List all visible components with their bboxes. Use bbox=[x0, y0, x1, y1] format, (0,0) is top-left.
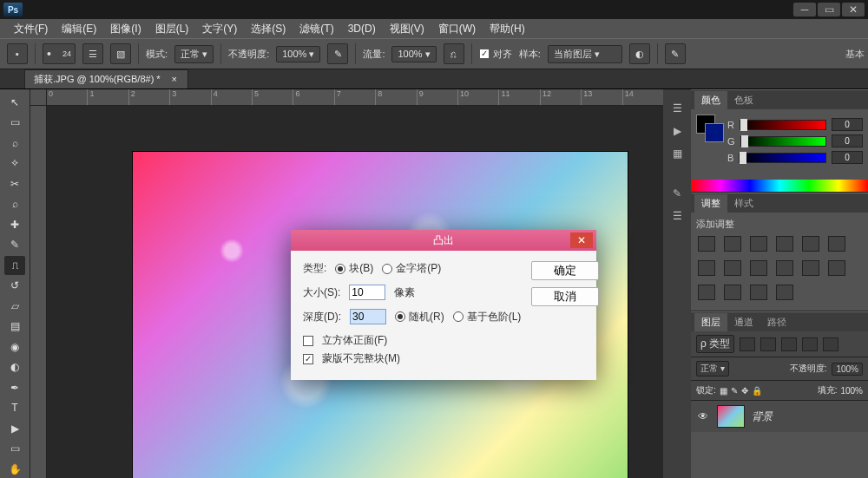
gradient-tool[interactable]: ▤ bbox=[4, 318, 25, 337]
depth-random-radio[interactable]: 随机(R) bbox=[395, 310, 444, 324]
eraser-tool[interactable]: ▱ bbox=[4, 297, 25, 316]
hand-tool[interactable]: ✋ bbox=[4, 460, 25, 478]
lasso-tool[interactable]: ⌕ bbox=[4, 134, 25, 153]
layer-thumbnail[interactable] bbox=[717, 405, 745, 428]
filter-shape-icon[interactable] bbox=[802, 337, 818, 351]
lock-pos-icon[interactable]: ✥ bbox=[741, 386, 748, 396]
menu-file[interactable]: 文件(F) bbox=[7, 20, 55, 38]
dialog-close-button[interactable]: ✕ bbox=[570, 232, 593, 248]
minimize-button[interactable]: ─ bbox=[793, 3, 816, 16]
paragraph-icon[interactable]: ☰ bbox=[667, 207, 687, 225]
adj-vibrance-icon[interactable] bbox=[802, 236, 819, 252]
brush-icon[interactable]: ✎ bbox=[667, 185, 687, 202]
tab-swatches[interactable]: 色板 bbox=[727, 91, 760, 109]
r-slider[interactable] bbox=[740, 120, 826, 130]
color-swatches[interactable] bbox=[696, 115, 720, 149]
visibility-icon[interactable]: 👁 bbox=[696, 410, 710, 422]
layer-filter-type[interactable]: ρ 类型 bbox=[696, 335, 734, 353]
menu-layer[interactable]: 图层(L) bbox=[148, 20, 196, 38]
properties-icon[interactable]: ▦ bbox=[667, 145, 687, 162]
menu-window[interactable]: 窗口(W) bbox=[431, 20, 483, 38]
layer-row[interactable]: 👁 背景 bbox=[691, 401, 868, 432]
stamp-tool[interactable]: ⎍ bbox=[4, 256, 25, 275]
pressure-size-icon[interactable]: ✎ bbox=[665, 43, 686, 64]
g-slider[interactable] bbox=[740, 136, 826, 147]
type-block-radio[interactable]: 块(B) bbox=[335, 261, 373, 276]
depth-level-radio[interactable]: 基于色阶(L) bbox=[453, 310, 522, 324]
adj-exposure-icon[interactable] bbox=[776, 236, 793, 252]
fill-value[interactable]: 100% bbox=[840, 386, 863, 396]
tab-paths[interactable]: 路径 bbox=[760, 313, 793, 331]
tab-adjustments[interactable]: 调整 bbox=[694, 194, 727, 213]
depth-input[interactable] bbox=[350, 309, 386, 324]
blend-mode-select[interactable]: 正常 ▾ bbox=[174, 45, 214, 63]
dodge-tool[interactable]: ◐ bbox=[4, 358, 25, 377]
adj-levels-icon[interactable] bbox=[724, 236, 741, 252]
r-value[interactable] bbox=[832, 118, 863, 131]
tab-color[interactable]: 颜色 bbox=[694, 91, 727, 109]
layer-blend-select[interactable]: 正常 ▾ bbox=[696, 361, 729, 377]
ignore-adjust-icon[interactable]: ◐ bbox=[629, 43, 650, 64]
airbrush-icon[interactable]: ⎌ bbox=[444, 43, 464, 64]
flow-input[interactable]: 100% ▾ bbox=[391, 46, 436, 62]
menu-view[interactable]: 视图(V) bbox=[383, 20, 431, 38]
heal-tool[interactable]: ✚ bbox=[4, 215, 25, 234]
brush-preset[interactable]: •24 bbox=[43, 43, 76, 64]
sample-select[interactable]: 当前图层 ▾ bbox=[548, 45, 622, 63]
align-checkbox[interactable]: 对齐 bbox=[479, 48, 512, 61]
wand-tool[interactable]: ✧ bbox=[4, 154, 25, 174]
filter-smart-icon[interactable] bbox=[823, 337, 838, 351]
opacity-input[interactable]: 100% ▾ bbox=[276, 46, 320, 62]
mask-incomplete-checkbox[interactable]: 蒙版不完整块(M) bbox=[303, 351, 521, 366]
color-ramp[interactable] bbox=[691, 180, 868, 192]
brush-settings-icon[interactable]: ▧ bbox=[110, 43, 131, 64]
brush-panel-icon[interactable]: ☰ bbox=[82, 43, 103, 64]
filter-type-icon[interactable] bbox=[781, 337, 797, 351]
menu-help[interactable]: 帮助(H) bbox=[483, 20, 532, 38]
adj-photo-icon[interactable] bbox=[750, 260, 767, 276]
tab-channels[interactable]: 通道 bbox=[727, 313, 760, 331]
adj-selcolor-icon[interactable] bbox=[776, 285, 793, 300]
tab-layers[interactable]: 图层 bbox=[694, 313, 727, 331]
adj-balance-icon[interactable] bbox=[698, 260, 715, 276]
b-value[interactable] bbox=[832, 151, 863, 164]
g-value[interactable] bbox=[832, 134, 863, 147]
filter-pixel-icon[interactable] bbox=[740, 337, 755, 351]
menu-select[interactable]: 选择(S) bbox=[244, 20, 293, 38]
shape-tool[interactable]: ▭ bbox=[4, 440, 25, 459]
document-tab-close[interactable]: × bbox=[170, 74, 179, 84]
filter-adjust-icon[interactable] bbox=[760, 337, 776, 351]
adj-poster-icon[interactable] bbox=[698, 285, 715, 300]
b-slider[interactable] bbox=[739, 153, 826, 163]
adj-invert-icon[interactable] bbox=[828, 260, 845, 276]
history-icon[interactable]: ☰ bbox=[667, 100, 687, 117]
menu-type[interactable]: 文字(Y) bbox=[195, 20, 244, 38]
adj-gradmap-icon[interactable] bbox=[750, 285, 767, 300]
menu-filter[interactable]: 滤镜(T) bbox=[293, 20, 340, 38]
cancel-button[interactable]: 取消 bbox=[531, 287, 599, 306]
maximize-button[interactable]: ▭ bbox=[818, 3, 840, 16]
menu-3d[interactable]: 3D(D) bbox=[341, 21, 383, 36]
adj-hue-icon[interactable] bbox=[828, 236, 845, 252]
cube-front-checkbox[interactable]: 立方体正面(F) bbox=[303, 333, 521, 348]
crop-tool[interactable]: ✂ bbox=[4, 174, 25, 193]
adj-bw-icon[interactable] bbox=[724, 260, 741, 276]
menu-image[interactable]: 图像(I) bbox=[103, 20, 148, 38]
pressure-opacity-icon[interactable]: ✎ bbox=[327, 43, 348, 64]
eyedropper-tool[interactable]: ⌕ bbox=[4, 195, 25, 214]
document-tab[interactable]: 捕获.JPG @ 100%(RGB/8#) * × bbox=[24, 69, 188, 88]
type-pyramid-radio[interactable]: 金字塔(P) bbox=[382, 261, 441, 276]
adj-mixer-icon[interactable] bbox=[776, 260, 793, 276]
menu-edit[interactable]: 编辑(E) bbox=[55, 20, 103, 38]
ok-button[interactable]: 确定 bbox=[531, 261, 599, 280]
layer-opacity-value[interactable]: 100% bbox=[832, 363, 863, 376]
lock-paint-icon[interactable]: ✎ bbox=[731, 386, 738, 396]
adj-curves-icon[interactable] bbox=[750, 236, 767, 252]
blur-tool[interactable]: ◉ bbox=[4, 337, 25, 357]
tool-preset-icon[interactable]: ▪ bbox=[7, 43, 28, 64]
lock-all-icon[interactable]: 🔒 bbox=[752, 386, 762, 396]
type-tool[interactable]: T bbox=[4, 399, 25, 418]
adj-lookup-icon[interactable] bbox=[802, 260, 819, 276]
lock-trans-icon[interactable]: ▦ bbox=[720, 386, 727, 396]
tab-styles[interactable]: 样式 bbox=[727, 194, 760, 213]
